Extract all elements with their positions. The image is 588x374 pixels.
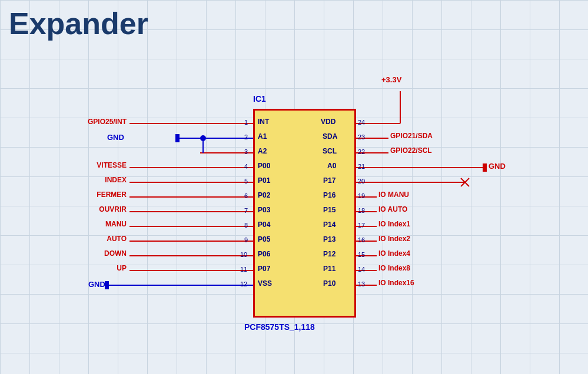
- net-IO-Index16: IO Index16: [378, 279, 414, 287]
- inner-pin-P06: P06: [258, 250, 270, 258]
- net-GPIO22-SCL: GPIO22/SCL: [390, 146, 432, 155]
- pin-num-22: 22: [358, 148, 365, 155]
- inner-pin-P12: P12: [323, 250, 335, 258]
- pin-num-8: 8: [244, 222, 248, 229]
- inner-pin-A0: A0: [327, 162, 336, 170]
- net-IO-MANU: IO MANU: [378, 191, 409, 199]
- ic-reference: IC1: [253, 94, 266, 103]
- schematic-content: Expander: [0, 0, 588, 374]
- pin-num-6: 6: [244, 192, 248, 199]
- pin-num-17: 17: [358, 222, 365, 229]
- inner-pin-P15: P15: [323, 206, 335, 214]
- pin-num-20: 20: [358, 178, 365, 185]
- inner-pin-P02: P02: [258, 191, 270, 199]
- net-DOWN: DOWN: [77, 249, 127, 258]
- net-IO-Index2: IO Index2: [378, 235, 410, 243]
- svg-rect-19: [483, 163, 487, 172]
- inner-pin-P03: P03: [258, 206, 270, 214]
- inner-pin-P13: P13: [323, 235, 335, 243]
- pin-num-19: 19: [358, 192, 365, 199]
- svg-rect-2: [175, 134, 180, 142]
- pin-num-9: 9: [244, 236, 248, 243]
- net-INDEX: INDEX: [77, 176, 127, 184]
- inner-pin-INT: INT: [258, 118, 269, 126]
- power-3v3-label: +3.3V: [381, 75, 401, 84]
- pin-num-15: 15: [358, 251, 365, 258]
- pin-num-12: 12: [240, 280, 247, 288]
- pin-num-2: 2: [244, 133, 248, 141]
- gnd-symbol-pin12: GND: [88, 280, 105, 289]
- net-GPIO21-SDA: GPIO21/SDA: [390, 132, 433, 140]
- inner-pin-P11: P11: [323, 265, 335, 273]
- pin-num-3: 3: [244, 148, 248, 155]
- pin-num-16: 16: [358, 236, 365, 243]
- inner-pin-VSS: VSS: [258, 279, 272, 288]
- gnd-symbol-pin21: GND: [489, 162, 506, 171]
- inner-pin-SCL: SCL: [323, 147, 337, 155]
- inner-pin-SDA: SDA: [323, 132, 337, 141]
- pin-num-14: 14: [358, 266, 365, 273]
- pin-num-24: 24: [358, 119, 365, 126]
- pin-num-13: 13: [358, 280, 365, 288]
- pin-num-10: 10: [240, 251, 247, 258]
- svg-line-21: [461, 178, 469, 186]
- net-IO-Index1: IO Index1: [378, 220, 410, 228]
- svg-point-30: [200, 135, 206, 141]
- net-UP: UP: [84, 264, 127, 272]
- inner-pin-P07: P07: [258, 265, 270, 273]
- net-GPIO25-INT: GPIO25/INT: [53, 118, 127, 126]
- net-IO-Index4: IO Index4: [378, 249, 410, 258]
- net-FERMER: FERMER: [71, 191, 127, 199]
- inner-pin-P04: P04: [258, 221, 270, 229]
- ic-part-number: PCF8575TS_1,118: [244, 322, 315, 332]
- inner-pin-A1: A1: [258, 132, 267, 141]
- inner-pin-P10: P10: [323, 279, 335, 288]
- inner-pin-A2: A2: [258, 147, 267, 155]
- inner-pin-P17: P17: [323, 176, 335, 185]
- svg-rect-13: [105, 281, 109, 289]
- inner-pin-P05: P05: [258, 235, 270, 243]
- inner-pin-P14: P14: [323, 221, 335, 229]
- inner-pin-P01: P01: [258, 176, 270, 185]
- page-title: Expander: [9, 6, 148, 41]
- pin-num-21: 21: [358, 163, 365, 170]
- pin-num-11: 11: [240, 266, 247, 273]
- pin-num-4: 4: [244, 163, 248, 170]
- gnd-symbol-pin2: GND: [107, 133, 124, 142]
- svg-line-22: [461, 178, 469, 186]
- pin-num-5: 5: [244, 178, 248, 185]
- net-IO-AUTO: IO AUTO: [378, 205, 407, 213]
- net-VITESSE: VITESSE: [69, 161, 127, 169]
- pin-num-18: 18: [358, 207, 365, 214]
- inner-pin-P16: P16: [323, 191, 335, 199]
- inner-pin-VDD: VDD: [321, 118, 335, 126]
- pin-num-1: 1: [244, 119, 248, 126]
- net-MANU: MANU: [77, 220, 127, 228]
- pin-num-7: 7: [244, 207, 248, 214]
- pin-num-23: 23: [358, 133, 365, 141]
- net-IO-Index8: IO Index8: [378, 264, 410, 272]
- net-OUVRIR: OUVRIR: [71, 205, 127, 213]
- inner-pin-P00: P00: [258, 162, 270, 170]
- net-AUTO: AUTO: [79, 235, 127, 243]
